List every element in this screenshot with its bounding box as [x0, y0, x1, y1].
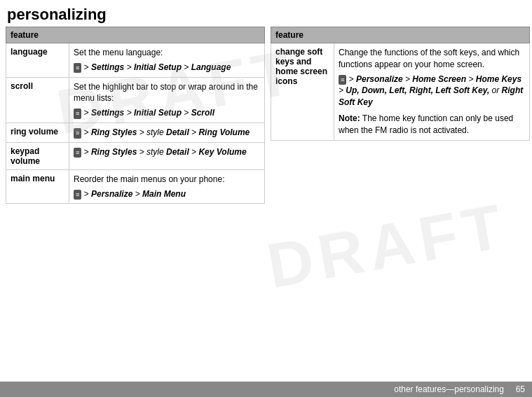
right-section: feature change soft keys and home screen… [265, 27, 530, 204]
feature-desc-language: Set the menu language: ≡ > Settings > In… [69, 43, 265, 78]
feature-name-language: language [6, 43, 69, 78]
ring-volume-path-text: > Ring Styles > style Detail > Ring Volu… [84, 127, 250, 137]
feature-desc-main-menu: Reorder the main menus on your phone: ≡ … [69, 169, 265, 204]
change-soft-path: ≡ > Personalize > Home Screen > Home Key… [339, 74, 525, 109]
language-path: ≡ > Settings > Initial Setup > Language [74, 62, 260, 74]
menu-icon: ≡ [74, 109, 81, 119]
right-table-header: feature [271, 27, 530, 43]
ring-volume-path: ≡ > Ring Styles > style Detail > Ring Vo… [74, 127, 260, 139]
menu-icon: ≡ [74, 148, 81, 158]
menu-icon: ≡ [74, 128, 81, 139]
scroll-path: ≡ > Settings > Initial Setup > Scroll [74, 107, 260, 119]
menu-icon: ≡ [74, 190, 81, 200]
feature-name-ring-volume: ring volume [6, 123, 69, 142]
table-row: ring volume ≡ > Ring Styles > style Deta… [6, 123, 265, 142]
main-menu-desc-text: Reorder the main menus on your phone: [74, 174, 224, 184]
feature-name-keypad-volume: keypad volume [6, 142, 69, 169]
note-text: The home key function can only be used w… [339, 113, 513, 135]
left-section: feature language Set the menu language: … [0, 27, 265, 204]
feature-desc-change-soft: Change the functions of the soft keys, a… [334, 43, 530, 141]
keypad-volume-path-text: > Ring Styles > style Detail > Key Volum… [84, 147, 247, 157]
change-soft-desc: Change the functions of the soft keys, a… [339, 48, 519, 69]
table-row: main menu Reorder the main menus on your… [6, 169, 265, 204]
feature-name-main-menu: main menu [6, 169, 69, 204]
note-label: Note: [339, 113, 360, 123]
menu-icon: ≡ [74, 63, 81, 74]
feature-desc-scroll: Set the highlight bar to stop or wrap ar… [69, 77, 265, 123]
feature-name-change-soft: change soft keys and home screen icons [271, 43, 334, 141]
footer-label: other features—personalizing [394, 384, 504, 394]
left-table: feature language Set the menu language: … [6, 27, 265, 204]
table-row: keypad volume ≡ > Ring Styles > style De… [6, 142, 265, 169]
footer-bar: other features—personalizing 65 [0, 382, 532, 397]
feature-desc-ring-volume: ≡ > Ring Styles > style Detail > Ring Vo… [69, 123, 265, 142]
change-soft-name: change soft keys and home screen icons [275, 47, 327, 86]
table-row: scroll Set the highlight bar to stop or … [6, 77, 265, 123]
change-soft-path-text: > Personalize > Home Screen > Home Keys … [339, 74, 523, 108]
footer-text: other features—personalizing 65 [394, 384, 525, 394]
right-table: feature change soft keys and home screen… [271, 27, 530, 141]
keypad-volume-path: ≡ > Ring Styles > style Detail > Key Vol… [74, 146, 260, 158]
main-menu-path-text: > Persnalize > Main Menu [84, 189, 186, 199]
scroll-path-text: > Settings > Initial Setup > Scroll [84, 108, 214, 118]
main-layout: feature language Set the menu language: … [0, 27, 532, 204]
feature-name-scroll: scroll [6, 77, 69, 123]
scroll-desc-text: Set the highlight bar to stop or wrap ar… [74, 82, 258, 104]
table-row: change soft keys and home screen icons C… [271, 43, 530, 141]
table-row: language Set the menu language: ≡ > Sett… [6, 43, 265, 78]
main-menu-path: ≡ > Persnalize > Main Menu [74, 188, 260, 200]
footer-page: 65 [516, 384, 525, 394]
page-title: personalizing [0, 0, 532, 27]
change-soft-note: Note: The home key function can only be … [339, 113, 525, 137]
left-table-header: feature [6, 27, 265, 43]
draft-watermark2: DRAFT [262, 190, 513, 302]
language-path-text: > Settings > Initial Setup > Language [84, 62, 231, 72]
menu-icon: ≡ [339, 75, 346, 85]
language-desc-text: Set the menu language: [74, 48, 163, 57]
feature-desc-keypad-volume: ≡ > Ring Styles > style Detail > Key Vol… [69, 142, 265, 169]
